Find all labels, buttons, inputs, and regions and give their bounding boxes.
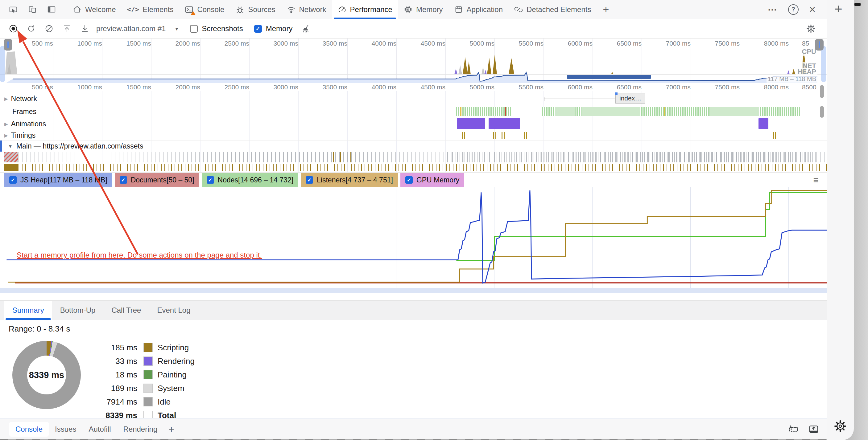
overview-right-grip[interactable] (815, 39, 824, 50)
record-button[interactable] (9, 24, 18, 33)
main-thread-label: Main — https://preview.atlan.com/assets (17, 142, 144, 150)
memory-checkbox[interactable]: ✓ Memory (254, 24, 293, 33)
clear-recording-button[interactable] (44, 24, 54, 33)
new-tab-plus-icon[interactable]: + (834, 1, 842, 16)
close-devtools-icon[interactable]: × (809, 4, 815, 15)
memory-label: Memory (266, 24, 293, 33)
legend-label: Scripting (158, 343, 189, 352)
help-icon[interactable]: ? (788, 4, 799, 15)
tab-label: Sources (248, 5, 275, 14)
expand-icon[interactable]: ▶ (4, 122, 8, 127)
tab-sources[interactable]: Sources (230, 0, 281, 19)
tab-label: Elements (143, 5, 173, 14)
counter-toggle-js-heap[interactable]: ✓JS Heap[117 MB – 118 MB] (4, 173, 112, 187)
tab-detached-elements[interactable]: Detached Elements (508, 0, 596, 19)
counter-label: JS Heap[117 MB – 118 MB] (20, 176, 107, 184)
network-request-whisker (544, 99, 615, 99)
counter-toggle-gpu-memory[interactable]: ✓GPU Memory (400, 173, 464, 187)
collect-garbage-icon[interactable] (301, 24, 310, 33)
legend-row-rendering: 33 msRendering (88, 354, 195, 368)
load-profile-button[interactable] (62, 24, 71, 33)
checkbox-unchecked[interactable] (190, 25, 198, 33)
expand-icon[interactable]: ▶ (4, 133, 8, 138)
tab-label: Performance (350, 5, 392, 14)
timings-track-row[interactable]: ▶Timings (0, 130, 827, 140)
main-task-ticks-dense (447, 152, 817, 162)
warning-badge-icon (191, 11, 195, 15)
device-toolbar-icon[interactable] (28, 5, 37, 14)
more-options-icon[interactable]: ⋯ (768, 4, 778, 15)
scrollbar-thumb[interactable] (820, 106, 824, 118)
more-tools-plus-icon[interactable]: + (168, 424, 174, 435)
series-listeners (8, 191, 827, 282)
performance-toolbar: preview.atlan.com #1 ▼ Screenshots ✓ Mem… (0, 19, 827, 38)
frames-segment (456, 107, 512, 116)
chevron-down-icon[interactable]: ▼ (174, 26, 179, 31)
counter-toggle-nodes[interactable]: ✓Nodes[14 696 – 14 732] (202, 173, 299, 187)
annotation-text: Start a memory profile from here. Do som… (17, 251, 262, 260)
tab-console[interactable]: Console (179, 0, 230, 19)
ruler-tick-label: 1000 ms (77, 83, 102, 91)
checkbox-checked[interactable]: ✓ (254, 25, 262, 33)
timeline-tracks[interactable]: ▶Network index… Frames 382.4 ms ▶Animati… (0, 91, 827, 173)
drawer-tab-rendering[interactable]: Rendering (117, 422, 163, 437)
memory-counters-chart[interactable]: Start a memory profile from here. Do som… (0, 187, 827, 288)
expand-icon[interactable]: ▶ (4, 96, 8, 102)
tab-call-tree[interactable]: Call Tree (103, 301, 149, 320)
tab-memory[interactable]: Memory (398, 0, 448, 19)
save-profile-button[interactable] (80, 24, 89, 33)
tab-network[interactable]: Network (281, 0, 332, 19)
donut-total-label: 8339 ms (27, 356, 66, 395)
hamburger-menu-icon[interactable]: ≡ (813, 173, 819, 187)
legend-swatch (144, 357, 153, 366)
scrollbar-thumb[interactable] (820, 85, 824, 98)
main-thread-marker (0, 140, 2, 151)
drawer-tab-console[interactable]: Console (9, 422, 49, 437)
code-icon: </> (127, 5, 140, 13)
scripting-tick (340, 152, 341, 162)
drawer-tab-autofill[interactable]: Autofill (82, 422, 117, 437)
ruler-tick-label: 2500 ms (224, 83, 249, 91)
checkbox-checked[interactable]: ✓ (9, 176, 17, 183)
tab-application[interactable]: Application (448, 0, 508, 19)
overview-left-handle-bar[interactable] (0, 46, 5, 82)
checkbox-checked[interactable]: ✓ (120, 176, 127, 183)
drawer-tab-issues[interactable]: Issues (49, 422, 82, 437)
tab-event-log[interactable]: Event Log (149, 301, 198, 320)
settings-gear-icon[interactable] (834, 420, 847, 433)
timeline-ruler: 500 ms1000 ms1500 ms2000 ms2500 ms3000 m… (0, 83, 827, 91)
legend-value: 189 ms (88, 384, 137, 393)
reload-and-record-button[interactable] (27, 24, 36, 33)
timeline-overview[interactable]: 500 ms1000 ms1500 ms2000 ms2500 ms3000 m… (0, 38, 827, 83)
overview-right-handle-bar[interactable] (821, 46, 826, 82)
expand-drawer-icon[interactable] (808, 424, 819, 436)
counter-toggle-documents[interactable]: ✓Documents[50 – 50] (115, 173, 199, 187)
refresh-device-mode-icon[interactable] (787, 424, 799, 436)
ruler-tick-label: 7500 ms (715, 83, 740, 91)
divider (63, 3, 63, 16)
collapse-icon[interactable]: ▼ (8, 144, 13, 149)
tab-welcome[interactable]: Welcome (67, 0, 122, 19)
tab-bottom-up[interactable]: Bottom-Up (52, 301, 104, 320)
checkbox-checked[interactable]: ✓ (405, 176, 413, 183)
dock-side-icon[interactable] (47, 5, 56, 14)
tab-elements[interactable]: </>Elements (122, 0, 179, 19)
more-tabs-button[interactable]: + (600, 3, 612, 15)
gauge-icon (337, 5, 347, 14)
tab-performance[interactable]: Performance (332, 0, 398, 19)
legend-value: 33 ms (88, 357, 137, 366)
checkbox-checked[interactable]: ✓ (306, 176, 313, 183)
inspect-element-icon[interactable] (9, 5, 18, 14)
tab-summary[interactable]: Summary (4, 301, 52, 320)
network-request-chip[interactable]: index… (615, 93, 645, 104)
legend-label: Painting (158, 370, 187, 380)
checkbox-checked[interactable]: ✓ (207, 176, 214, 183)
animations-track-row[interactable]: ▶Animations (0, 117, 827, 130)
overview-left-grip[interactable] (4, 39, 12, 50)
network-track-row[interactable]: ▶Network index… (0, 91, 827, 106)
frames-track-row[interactable]: Frames 382.4 ms (0, 106, 827, 117)
capture-settings-gear-icon[interactable] (806, 24, 815, 33)
target-selector[interactable]: preview.atlan.com #1 (96, 24, 166, 33)
screenshots-checkbox[interactable]: Screenshots (190, 24, 243, 33)
counter-toggle-listeners[interactable]: ✓Listeners[4 737 – 4 751] (301, 173, 398, 187)
